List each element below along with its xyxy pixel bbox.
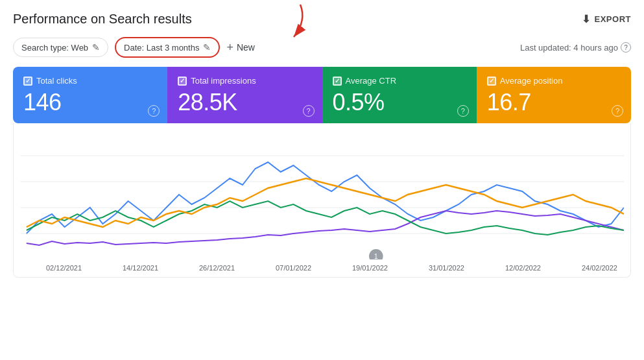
chart-svg-container: 1 bbox=[20, 130, 624, 261]
metric-help-position[interactable]: ? bbox=[612, 105, 623, 117]
last-updated-text: Last updated: 4 hours ago bbox=[520, 43, 618, 53]
search-type-label: Search type: Web bbox=[21, 43, 88, 53]
metric-value-impressions: 28.5K bbox=[178, 90, 311, 115]
x-label-6: 12/02/2022 bbox=[505, 264, 541, 272]
x-label-1: 14/12/2021 bbox=[123, 264, 158, 272]
export-button[interactable]: ⬇ EXPORT bbox=[582, 13, 631, 25]
metric-label-row-position: Average position bbox=[487, 76, 621, 86]
date-label: Date: Last 3 months bbox=[124, 43, 199, 53]
x-label-2: 26/12/2021 bbox=[199, 264, 235, 272]
x-label-7: 24/02/2022 bbox=[582, 264, 617, 272]
metric-total-impressions[interactable]: Total impressions 28.5K ? bbox=[167, 67, 322, 123]
metric-checkbox-impressions[interactable] bbox=[178, 77, 187, 86]
x-axis-labels: 02/12/2021 14/12/2021 26/12/2021 07/01/2… bbox=[20, 261, 624, 277]
last-updated: Last updated: 4 hours ago ? bbox=[520, 42, 631, 53]
search-type-edit-icon: ✎ bbox=[92, 42, 100, 53]
last-updated-help-icon[interactable]: ? bbox=[621, 42, 631, 53]
filter-row: Search type: Web ✎ Date: Last 3 months ✎… bbox=[13, 37, 631, 58]
metric-checkbox-position[interactable] bbox=[487, 77, 496, 86]
metric-checkbox-ctr[interactable] bbox=[333, 77, 342, 86]
x-label-5: 31/01/2022 bbox=[429, 264, 464, 272]
page-title: Performance on Search results bbox=[13, 12, 192, 27]
x-label-3: 07/01/2022 bbox=[276, 264, 311, 272]
svg-text:1: 1 bbox=[374, 252, 378, 259]
metric-average-position[interactable]: Average position 16.7 ? bbox=[477, 67, 631, 123]
line-chart: 1 bbox=[20, 130, 624, 259]
metric-average-ctr[interactable]: Average CTR 0.5% ? bbox=[322, 67, 477, 123]
metric-label-position: Average position bbox=[500, 76, 563, 86]
x-label-4: 19/01/2022 bbox=[352, 264, 388, 272]
date-filter[interactable]: Date: Last 3 months ✎ bbox=[115, 37, 220, 58]
metric-value-ctr: 0.5% bbox=[333, 90, 466, 115]
metric-label-ctr: Average CTR bbox=[346, 76, 397, 86]
metric-help-impressions[interactable]: ? bbox=[303, 105, 315, 117]
metric-checkbox-clicks[interactable] bbox=[23, 77, 32, 86]
new-label: New bbox=[237, 42, 255, 53]
plus-icon: + bbox=[226, 41, 233, 54]
export-label: EXPORT bbox=[595, 14, 631, 24]
metric-label-row-clicks: Total clicks bbox=[23, 76, 157, 86]
new-filter-button[interactable]: + New bbox=[226, 41, 255, 54]
metrics-row: Total clicks 146 ? Total impressions 28.… bbox=[13, 67, 631, 123]
metric-help-clicks[interactable]: ? bbox=[148, 105, 160, 117]
date-edit-icon: ✎ bbox=[203, 42, 211, 53]
metric-value-clicks: 146 bbox=[23, 90, 157, 115]
metric-label-impressions: Total impressions bbox=[191, 76, 256, 86]
metric-label-row-impressions: Total impressions bbox=[178, 76, 311, 86]
x-label-0: 02/12/2021 bbox=[46, 264, 82, 272]
metric-total-clicks[interactable]: Total clicks 146 ? bbox=[13, 67, 167, 123]
export-icon: ⬇ bbox=[582, 13, 591, 25]
metric-label-row-ctr: Average CTR bbox=[333, 76, 466, 86]
metric-value-position: 16.7 bbox=[487, 90, 621, 115]
search-type-filter[interactable]: Search type: Web ✎ bbox=[13, 38, 108, 57]
metric-help-ctr[interactable]: ? bbox=[457, 105, 469, 117]
metric-label-clicks: Total clicks bbox=[36, 76, 77, 86]
header-row: Performance on Search results ⬇ EXPORT bbox=[13, 12, 631, 27]
chart-area: 1 02/12/2021 14/12/2021 26/12/2021 07/01… bbox=[13, 123, 631, 278]
